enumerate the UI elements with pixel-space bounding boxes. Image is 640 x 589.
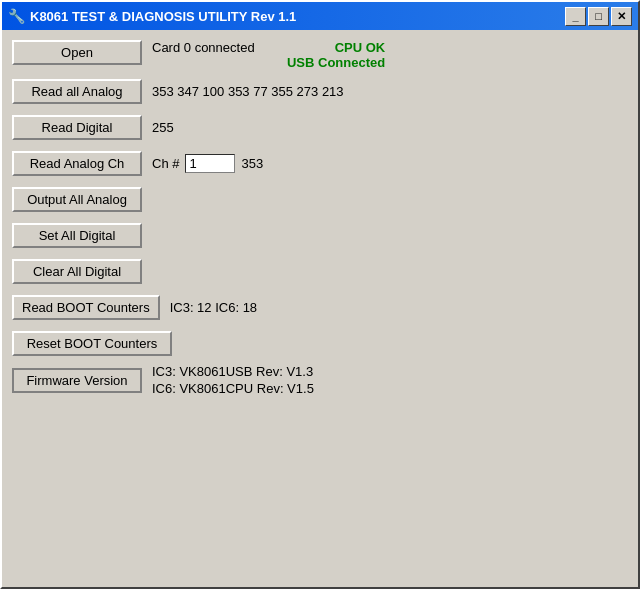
usb-connected-text: USB Connected (287, 55, 385, 70)
read-boot-counters-row: Read BOOT Counters IC3: 12 IC6: 18 (12, 292, 628, 322)
clear-all-digital-button[interactable]: Clear All Digital (12, 259, 142, 284)
output-all-analog-row: Output All Analog (12, 184, 628, 214)
read-analog-ch-button[interactable]: Read Analog Ch (12, 151, 142, 176)
read-all-analog-button[interactable]: Read all Analog (12, 79, 142, 104)
close-button[interactable]: ✕ (611, 7, 632, 26)
window-title: K8061 TEST & DIAGNOSIS UTILITY Rev 1.1 (30, 9, 296, 24)
main-window: 🔧 K8061 TEST & DIAGNOSIS UTILITY Rev 1.1… (0, 0, 640, 589)
content-area: Open Card 0 connected CPU OK USB Connect… (2, 30, 638, 587)
header-status: Card 0 connected CPU OK USB Connected (152, 40, 385, 70)
set-all-digital-button[interactable]: Set All Digital (12, 223, 142, 248)
minimize-button[interactable]: _ (565, 7, 586, 26)
app-icon: 🔧 (8, 8, 24, 24)
ch-result-value: 353 (241, 156, 263, 171)
title-bar: 🔧 K8061 TEST & DIAGNOSIS UTILITY Rev 1.1… (2, 2, 638, 30)
firmware-version-row: Firmware Version IC3: VK8061USB Rev: V1.… (12, 364, 628, 396)
read-all-analog-row: Read all Analog 353 347 100 353 77 355 2… (12, 76, 628, 106)
firmware-ic3-text: IC3: VK8061USB Rev: V1.3 (152, 364, 314, 379)
read-digital-row: Read Digital 255 (12, 112, 628, 142)
reset-boot-counters-row: Reset BOOT Counters (12, 328, 628, 358)
firmware-info: IC3: VK8061USB Rev: V1.3 IC6: VK8061CPU … (152, 364, 314, 396)
card-connected-text: Card 0 connected (152, 40, 255, 55)
clear-all-digital-row: Clear All Digital (12, 256, 628, 286)
title-buttons: _ □ ✕ (565, 7, 632, 26)
open-row: Open Card 0 connected CPU OK USB Connect… (12, 40, 628, 70)
firmware-ic6-text: IC6: VK8061CPU Rev: V1.5 (152, 381, 314, 396)
reset-boot-counters-button[interactable]: Reset BOOT Counters (12, 331, 172, 356)
cpu-ok-text: CPU OK (335, 40, 386, 55)
set-all-digital-row: Set All Digital (12, 220, 628, 250)
title-bar-left: 🔧 K8061 TEST & DIAGNOSIS UTILITY Rev 1.1 (8, 8, 296, 24)
read-analog-ch-row: Read Analog Ch Ch # 353 (12, 148, 628, 178)
open-button[interactable]: Open (12, 40, 142, 65)
analog-all-values: 353 347 100 353 77 355 273 213 (152, 84, 344, 99)
read-boot-counters-button[interactable]: Read BOOT Counters (12, 295, 160, 320)
firmware-version-button[interactable]: Firmware Version (12, 368, 142, 393)
ch-input-row: Ch # 353 (152, 154, 263, 173)
read-digital-button[interactable]: Read Digital (12, 115, 142, 140)
restore-button[interactable]: □ (588, 7, 609, 26)
output-all-analog-button[interactable]: Output All Analog (12, 187, 142, 212)
ch-label: Ch # (152, 156, 179, 171)
ch-number-input[interactable] (185, 154, 235, 173)
digital-value: 255 (152, 120, 174, 135)
boot-counters-value: IC3: 12 IC6: 18 (170, 300, 257, 315)
